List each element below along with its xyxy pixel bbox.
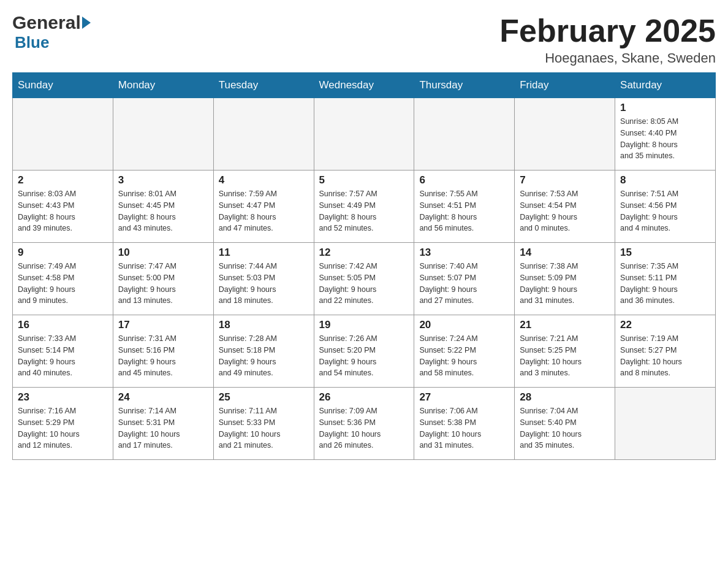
calendar-week-1: 1Sunrise: 8:05 AMSunset: 4:40 PMDaylight… <box>13 98 716 170</box>
calendar-cell <box>314 98 414 170</box>
day-number: 11 <box>219 247 309 259</box>
day-info: Sunrise: 7:33 AMSunset: 5:14 PMDaylight:… <box>18 333 108 379</box>
calendar-cell: 28Sunrise: 7:04 AMSunset: 5:40 PMDayligh… <box>515 388 615 460</box>
calendar-cell: 6Sunrise: 7:55 AMSunset: 4:51 PMDaylight… <box>414 170 515 243</box>
calendar-week-4: 16Sunrise: 7:33 AMSunset: 5:14 PMDayligh… <box>13 315 716 388</box>
calendar-cell: 8Sunrise: 7:51 AMSunset: 4:56 PMDaylight… <box>615 170 716 243</box>
weekday-header-tuesday: Tuesday <box>213 73 314 98</box>
calendar-cell: 23Sunrise: 7:16 AMSunset: 5:29 PMDayligh… <box>13 388 113 460</box>
calendar-cell: 22Sunrise: 7:19 AMSunset: 5:27 PMDayligh… <box>615 315 716 388</box>
day-info: Sunrise: 7:21 AMSunset: 5:25 PMDaylight:… <box>520 333 610 379</box>
day-number: 15 <box>620 247 710 259</box>
day-info: Sunrise: 7:55 AMSunset: 4:51 PMDaylight:… <box>419 188 509 234</box>
day-number: 18 <box>219 319 309 331</box>
day-number: 1 <box>620 102 710 114</box>
calendar-cell: 13Sunrise: 7:40 AMSunset: 5:07 PMDayligh… <box>414 243 515 315</box>
day-info: Sunrise: 7:59 AMSunset: 4:47 PMDaylight:… <box>219 188 309 234</box>
calendar-cell: 4Sunrise: 7:59 AMSunset: 4:47 PMDaylight… <box>213 170 314 243</box>
day-info: Sunrise: 7:14 AMSunset: 5:31 PMDaylight:… <box>118 405 208 451</box>
day-number: 17 <box>118 319 208 331</box>
day-number: 25 <box>219 391 309 404</box>
day-number: 12 <box>319 247 409 259</box>
day-number: 22 <box>620 319 710 331</box>
calendar-cell: 12Sunrise: 7:42 AMSunset: 5:05 PMDayligh… <box>314 243 414 315</box>
calendar-cell <box>515 98 615 170</box>
day-info: Sunrise: 7:53 AMSunset: 4:54 PMDaylight:… <box>520 188 610 234</box>
calendar-cell: 26Sunrise: 7:09 AMSunset: 5:36 PMDayligh… <box>314 388 414 460</box>
page-header: General Blue February 2025 Hoeganaes, Sk… <box>12 12 716 66</box>
calendar-week-5: 23Sunrise: 7:16 AMSunset: 5:29 PMDayligh… <box>13 388 716 460</box>
weekday-header-sunday: Sunday <box>13 73 113 98</box>
day-number: 5 <box>319 174 409 186</box>
day-info: Sunrise: 7:19 AMSunset: 5:27 PMDaylight:… <box>620 333 710 379</box>
weekday-header-monday: Monday <box>113 73 213 98</box>
calendar-cell: 21Sunrise: 7:21 AMSunset: 5:25 PMDayligh… <box>515 315 615 388</box>
day-number: 3 <box>118 174 208 186</box>
calendar-cell: 25Sunrise: 7:11 AMSunset: 5:33 PMDayligh… <box>213 388 314 460</box>
day-info: Sunrise: 7:28 AMSunset: 5:18 PMDaylight:… <box>219 333 309 379</box>
calendar-cell: 9Sunrise: 7:49 AMSunset: 4:58 PMDaylight… <box>13 243 113 315</box>
calendar-cell: 27Sunrise: 7:06 AMSunset: 5:38 PMDayligh… <box>414 388 515 460</box>
day-info: Sunrise: 7:24 AMSunset: 5:22 PMDaylight:… <box>419 333 509 379</box>
day-info: Sunrise: 7:04 AMSunset: 5:40 PMDaylight:… <box>520 405 610 451</box>
calendar-cell: 16Sunrise: 7:33 AMSunset: 5:14 PMDayligh… <box>13 315 113 388</box>
day-number: 19 <box>319 319 409 331</box>
calendar-cell: 2Sunrise: 8:03 AMSunset: 4:43 PMDaylight… <box>13 170 113 243</box>
day-info: Sunrise: 7:35 AMSunset: 5:11 PMDaylight:… <box>620 261 710 307</box>
calendar-cell: 18Sunrise: 7:28 AMSunset: 5:18 PMDayligh… <box>213 315 314 388</box>
day-number: 23 <box>18 391 108 404</box>
calendar-cell: 14Sunrise: 7:38 AMSunset: 5:09 PMDayligh… <box>515 243 615 315</box>
day-number: 16 <box>18 319 108 331</box>
calendar-week-2: 2Sunrise: 8:03 AMSunset: 4:43 PMDaylight… <box>13 170 716 243</box>
calendar-header: SundayMondayTuesdayWednesdayThursdayFrid… <box>13 73 716 98</box>
day-number: 20 <box>419 319 509 331</box>
calendar-cell <box>213 98 314 170</box>
day-info: Sunrise: 7:26 AMSunset: 5:20 PMDaylight:… <box>319 333 409 379</box>
day-number: 14 <box>520 247 610 259</box>
day-info: Sunrise: 7:31 AMSunset: 5:16 PMDaylight:… <box>118 333 208 379</box>
calendar-cell: 20Sunrise: 7:24 AMSunset: 5:22 PMDayligh… <box>414 315 515 388</box>
logo: General Blue <box>12 12 91 52</box>
calendar-cell: 3Sunrise: 8:01 AMSunset: 4:45 PMDaylight… <box>113 170 213 243</box>
calendar-cell: 24Sunrise: 7:14 AMSunset: 5:31 PMDayligh… <box>113 388 213 460</box>
calendar-cell: 7Sunrise: 7:53 AMSunset: 4:54 PMDaylight… <box>515 170 615 243</box>
day-number: 27 <box>419 391 509 404</box>
calendar-cell: 17Sunrise: 7:31 AMSunset: 5:16 PMDayligh… <box>113 315 213 388</box>
calendar-cell <box>414 98 515 170</box>
weekday-row: SundayMondayTuesdayWednesdayThursdayFrid… <box>13 73 716 98</box>
calendar-cell <box>113 98 213 170</box>
day-number: 10 <box>118 247 208 259</box>
title-block: February 2025 Hoeganaes, Skane, Sweden <box>499 12 716 66</box>
day-info: Sunrise: 7:38 AMSunset: 5:09 PMDaylight:… <box>520 261 610 307</box>
day-info: Sunrise: 7:06 AMSunset: 5:38 PMDaylight:… <box>419 405 509 451</box>
calendar-cell: 1Sunrise: 8:05 AMSunset: 4:40 PMDaylight… <box>615 98 716 170</box>
weekday-header-saturday: Saturday <box>615 73 716 98</box>
calendar-cell: 5Sunrise: 7:57 AMSunset: 4:49 PMDaylight… <box>314 170 414 243</box>
day-info: Sunrise: 7:42 AMSunset: 5:05 PMDaylight:… <box>319 261 409 307</box>
day-number: 4 <box>219 174 309 186</box>
month-title: February 2025 <box>499 12 716 49</box>
day-info: Sunrise: 7:57 AMSunset: 4:49 PMDaylight:… <box>319 188 409 234</box>
calendar-cell: 10Sunrise: 7:47 AMSunset: 5:00 PMDayligh… <box>113 243 213 315</box>
day-number: 6 <box>419 174 509 186</box>
day-number: 13 <box>419 247 509 259</box>
day-number: 7 <box>520 174 610 186</box>
weekday-header-friday: Friday <box>515 73 615 98</box>
day-info: Sunrise: 8:01 AMSunset: 4:45 PMDaylight:… <box>118 188 208 234</box>
calendar-cell <box>615 388 716 460</box>
day-number: 24 <box>118 391 208 404</box>
location-text: Hoeganaes, Skane, Sweden <box>499 50 716 66</box>
day-info: Sunrise: 7:16 AMSunset: 5:29 PMDaylight:… <box>18 405 108 451</box>
calendar-cell: 15Sunrise: 7:35 AMSunset: 5:11 PMDayligh… <box>615 243 716 315</box>
day-number: 28 <box>520 391 610 404</box>
calendar-cell: 11Sunrise: 7:44 AMSunset: 5:03 PMDayligh… <box>213 243 314 315</box>
weekday-header-thursday: Thursday <box>414 73 515 98</box>
day-number: 8 <box>620 174 710 186</box>
day-number: 9 <box>18 247 108 259</box>
calendar-cell <box>13 98 113 170</box>
calendar-table: SundayMondayTuesdayWednesdayThursdayFrid… <box>12 72 716 460</box>
day-info: Sunrise: 8:05 AMSunset: 4:40 PMDaylight:… <box>620 116 710 162</box>
calendar-week-3: 9Sunrise: 7:49 AMSunset: 4:58 PMDaylight… <box>13 243 716 315</box>
day-number: 2 <box>18 174 108 186</box>
logo-blue-text: Blue <box>15 33 49 52</box>
